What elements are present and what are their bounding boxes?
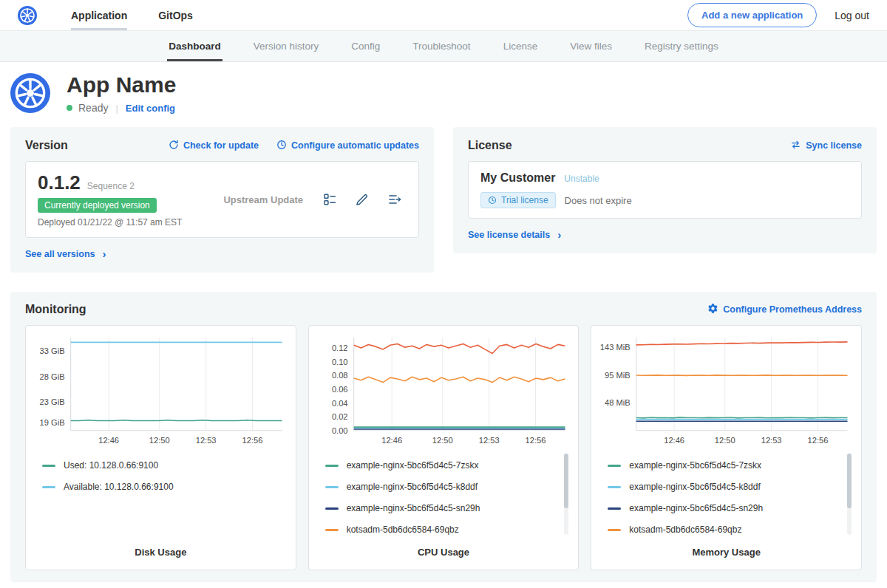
legend-color-dash — [608, 465, 621, 467]
subnav-tab-view-files[interactable]: View files — [568, 31, 614, 61]
svg-text:0.06: 0.06 — [332, 384, 348, 393]
summary-cards-row: Version Check for update — [10, 127, 877, 273]
cpu-usage-chart: 12:4612:5012:5312:560.120.100.080.060.04… — [316, 333, 571, 449]
clock-icon — [276, 140, 287, 152]
legend-item: example-nginx-5bc6f5d4c5-7zskx — [325, 455, 561, 476]
disk-usage-chart: 12:4612:5012:5312:5633 GiB28 GiB23 GiB19… — [33, 333, 288, 449]
svg-text:12:50: 12:50 — [432, 436, 452, 445]
memory-usage-legend: example-nginx-5bc6f5d4c5-7zskxexample-ng… — [599, 449, 854, 539]
tab-application[interactable]: Application — [71, 0, 127, 30]
svg-text:0.12: 0.12 — [332, 343, 348, 352]
svg-text:12:56: 12:56 — [242, 436, 263, 445]
scrollbar-thumb[interactable] — [847, 454, 852, 509]
subnav-tab-troubleshoot[interactable]: Troubleshoot — [411, 31, 472, 61]
divider: | — [115, 103, 118, 114]
subnav-tab-registry-settings[interactable]: Registry settings — [643, 31, 720, 61]
customer-name: My Customer — [480, 171, 555, 185]
svg-text:0.08: 0.08 — [332, 371, 348, 380]
svg-text:0.04: 0.04 — [332, 398, 348, 407]
chart-title: Memory Usage — [599, 539, 854, 561]
legend-label: kotsadm-5db6dc6584-69qbz — [347, 524, 459, 535]
version-panel-title: Version — [25, 139, 68, 152]
refresh-icon — [169, 140, 179, 152]
svg-text:12:53: 12:53 — [478, 436, 499, 445]
configure-automatic-updates-link[interactable]: Configure automatic updates — [276, 140, 419, 152]
memory-usage-chart: 12:4612:5012:5312:56143 MiB95 MiB48 MiB — [599, 333, 854, 449]
legend-scrollbar[interactable] — [847, 454, 852, 535]
scrollbar-thumb[interactable] — [564, 454, 568, 509]
legend-label: Used: 10.128.0.66:9100 — [64, 460, 158, 471]
logout-link[interactable]: Log out — [835, 10, 869, 21]
add-application-button[interactable]: Add a new application — [687, 3, 817, 27]
legend-item: example-nginx-5bc6f5d4c5-k8ddf — [325, 476, 561, 498]
svg-text:28 GiB: 28 GiB — [40, 372, 65, 380]
sync-arrows-icon — [790, 140, 801, 152]
release-notes-icon[interactable] — [322, 192, 337, 207]
svg-text:33 GiB: 33 GiB — [40, 346, 65, 355]
legend-label: example-nginx-5bc6f5d4c5-sn29h — [347, 503, 480, 513]
svg-text:0.02: 0.02 — [332, 412, 348, 421]
deployed-timestamp: Deployed 01/21/22 @ 11:57 am EST — [38, 217, 182, 228]
legend-color-dash — [325, 486, 339, 488]
svg-text:12:46: 12:46 — [665, 436, 685, 445]
svg-text:0.00: 0.00 — [332, 425, 348, 434]
svg-text:12:56: 12:56 — [525, 436, 546, 445]
legend-scrollbar[interactable] — [564, 454, 568, 535]
svg-text:19 GiB: 19 GiB — [40, 418, 65, 427]
configure-prometheus-link[interactable]: Configure Prometheus Address — [707, 303, 862, 316]
monitoring-panel: Monitoring Configure Prometheus Address … — [10, 292, 877, 582]
legend-item: example-nginx-5bc6f5d4c5-sn29h — [608, 498, 843, 519]
subnav-tab-config[interactable]: Config — [350, 31, 381, 61]
legend-item: example-nginx-5bc6f5d4c5-k8ddf — [608, 476, 843, 498]
sync-license-link[interactable]: Sync license — [790, 140, 862, 152]
charts-grid: 12:4612:5012:5312:5633 GiB28 GiB23 GiB19… — [25, 325, 862, 570]
legend-item: Available: 10.128.0.66:9100 — [42, 476, 278, 498]
subnav-tab-dashboard[interactable]: Dashboard — [167, 31, 222, 61]
legend-label: Available: 10.128.0.66:9100 — [64, 482, 174, 492]
see-license-details-link[interactable]: See license details — [468, 229, 561, 242]
kubernetes-logo-icon — [18, 6, 37, 25]
subnav-tab-version-history[interactable]: Version history — [252, 31, 321, 61]
svg-text:12:46: 12:46 — [98, 436, 119, 445]
configure-prometheus-label: Configure Prometheus Address — [723, 304, 862, 315]
see-all-versions-link[interactable]: See all versions — [25, 248, 106, 261]
legend-color-dash — [608, 529, 621, 531]
svg-text:12:56: 12:56 — [808, 436, 829, 445]
gear-icon — [707, 303, 718, 316]
edit-config-link[interactable]: Edit config — [126, 103, 175, 114]
svg-text:12:50: 12:50 — [715, 436, 735, 445]
deploy-logs-icon[interactable] — [387, 192, 402, 207]
sync-license-label: Sync license — [806, 140, 862, 151]
tab-gitops[interactable]: GitOps — [158, 0, 193, 30]
legend-label: kotsadm-5db6dc6584-69qbz — [629, 524, 741, 535]
license-panel-title: License — [468, 139, 512, 152]
disk-usage-legend: Used: 10.128.0.66:9100Available: 10.128.… — [33, 449, 288, 539]
subnav-tab-license[interactable]: License — [502, 31, 540, 61]
ready-status-text: Ready — [78, 102, 108, 114]
svg-text:0.10: 0.10 — [332, 357, 348, 366]
cpu-usage-legend: example-nginx-5bc6f5d4c5-7zskxexample-ng… — [316, 449, 571, 539]
app-header: App Name Ready | Edit config — [0, 62, 887, 126]
svg-text:12:53: 12:53 — [761, 436, 782, 445]
legend-label: example-nginx-5bc6f5d4c5-k8ddf — [347, 482, 478, 492]
check-for-update-link[interactable]: Check for update — [169, 140, 259, 152]
trial-license-label: Trial license — [501, 195, 548, 205]
svg-text:95 MiB: 95 MiB — [605, 371, 631, 380]
top-nav-tabs: Application GitOps — [71, 0, 193, 30]
disk-usage-chart-card: 12:4612:5012:5312:5633 GiB28 GiB23 GiB19… — [25, 325, 296, 570]
legend-color-dash — [325, 507, 339, 510]
legend-item: Used: 10.128.0.66:9100 — [42, 455, 278, 476]
chart-title: CPU Usage — [316, 539, 571, 561]
svg-text:12:50: 12:50 — [149, 436, 170, 445]
app-logo-icon — [10, 73, 50, 113]
current-version-card: 0.1.2 Sequence 2 Currently deployed vers… — [25, 161, 419, 238]
edit-version-icon[interactable] — [355, 192, 370, 207]
svg-text:12:53: 12:53 — [196, 436, 217, 445]
svg-text:48 MiB: 48 MiB — [605, 398, 631, 407]
legend-color-dash — [608, 507, 621, 510]
legend-item: example-nginx-5bc6f5d4c5-7zskx — [608, 455, 843, 476]
legend-item: kotsadm-5db6dc6584-69qbz — [608, 519, 843, 539]
legend-color-dash — [42, 465, 55, 467]
ready-status-dot — [67, 105, 72, 111]
chart-title: Disk Usage — [33, 539, 288, 561]
